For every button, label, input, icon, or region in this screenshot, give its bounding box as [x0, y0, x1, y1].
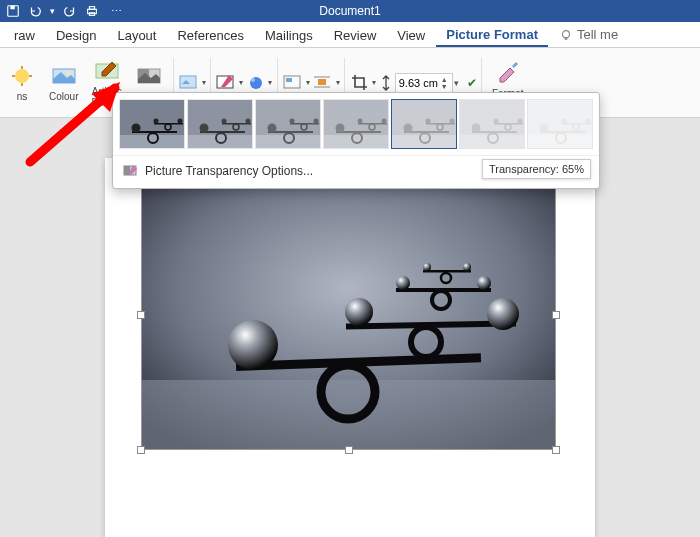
svg-rect-90: [426, 123, 455, 125]
svg-point-111: [562, 119, 567, 124]
corrections-button[interactable]: ns: [2, 61, 42, 104]
colour-button[interactable]: Colour: [43, 61, 84, 104]
svg-point-88: [404, 124, 413, 133]
tab-design[interactable]: Design: [46, 24, 106, 46]
height-size-control: ▲▼: [379, 73, 448, 93]
svg-point-102: [518, 119, 523, 124]
svg-point-92: [450, 119, 455, 124]
transparency-preset-4[interactable]: [391, 99, 457, 149]
compress-pictures-button[interactable]: ▾: [178, 71, 206, 95]
transparency-options-icon: [123, 163, 139, 179]
corrections-icon: [9, 65, 35, 87]
tab-picture-format[interactable]: Picture Format: [436, 23, 548, 47]
svg-rect-50: [154, 123, 183, 125]
svg-rect-6: [565, 37, 568, 39]
crop-icon: [350, 73, 370, 93]
resize-handle-ml[interactable]: [137, 311, 145, 319]
format-pane-icon: [494, 58, 522, 84]
svg-rect-110: [562, 123, 591, 125]
transparency-preset-3[interactable]: [323, 99, 389, 149]
transparency-tooltip: Transparency: 65%: [482, 159, 591, 179]
svg-rect-100: [494, 123, 523, 125]
transparency-preset-2[interactable]: [255, 99, 321, 149]
svg-point-62: [246, 119, 251, 124]
transparency-preset-6[interactable]: [527, 99, 593, 149]
resize-handle-bl[interactable]: [137, 446, 145, 454]
confirm-check-icon[interactable]: ✔: [467, 76, 477, 90]
resize-handle-bm[interactable]: [345, 446, 353, 454]
picture-styles-group: ▾ ▾: [215, 71, 273, 95]
svg-point-58: [200, 124, 209, 133]
svg-point-98: [472, 124, 481, 133]
crop-button[interactable]: ▾: [349, 71, 377, 95]
svg-point-5: [562, 30, 569, 37]
svg-point-91: [426, 119, 431, 124]
wrap-text-button[interactable]: ▾: [312, 71, 340, 95]
resize-handle-br[interactable]: [552, 446, 560, 454]
svg-point-82: [382, 119, 387, 124]
resize-handle-mr[interactable]: [552, 311, 560, 319]
print-icon[interactable]: [85, 4, 99, 18]
tell-me[interactable]: Tell me: [559, 27, 618, 42]
size-chevron-icon[interactable]: ▾: [454, 78, 459, 88]
corrections-label: ns: [17, 91, 28, 102]
colour-label: Colour: [49, 91, 78, 102]
svg-point-108: [540, 124, 549, 133]
svg-point-112: [586, 119, 591, 124]
svg-rect-3: [89, 7, 94, 10]
svg-point-101: [494, 119, 499, 124]
save-icon[interactable]: [6, 4, 20, 18]
redo-icon[interactable]: [63, 4, 77, 18]
wrap-text-icon: [312, 73, 334, 93]
tab-review[interactable]: Review: [324, 24, 387, 46]
svg-rect-1: [10, 6, 14, 10]
svg-point-72: [314, 119, 319, 124]
svg-point-51: [154, 119, 159, 124]
transparency-options-label: Picture Transparency Options...: [145, 164, 313, 178]
svg-point-61: [222, 119, 227, 124]
svg-point-81: [358, 119, 363, 124]
tell-me-label: Tell me: [577, 27, 618, 42]
picture-effects-button[interactable]: ▾: [245, 71, 273, 95]
svg-rect-23: [318, 79, 326, 85]
svg-point-52: [178, 119, 183, 124]
svg-point-68: [268, 124, 277, 133]
height-spin-up[interactable]: ▲: [441, 76, 448, 83]
selected-picture[interactable]: [141, 180, 556, 450]
svg-rect-22: [286, 78, 292, 82]
svg-rect-80: [358, 123, 387, 125]
undo-icon[interactable]: [28, 4, 42, 18]
qat-overflow-icon[interactable]: ⋯: [111, 5, 123, 18]
svg-point-7: [15, 69, 29, 83]
tab-draw[interactable]: raw: [4, 24, 45, 46]
transparency-icon: [136, 65, 162, 87]
arrange-group: ▾ ▾: [282, 71, 340, 95]
picture-border-button[interactable]: ▾: [215, 71, 243, 95]
transparency-preset-0[interactable]: [119, 99, 185, 149]
transparency-preset-1[interactable]: [187, 99, 253, 149]
svg-point-71: [290, 119, 295, 124]
svg-point-78: [336, 124, 345, 133]
svg-point-48: [132, 124, 141, 133]
position-icon: [282, 73, 304, 93]
tab-mailings[interactable]: Mailings: [255, 24, 323, 46]
svg-point-20: [251, 78, 255, 82]
transparency-gallery: Transparency: 65% Picture Transparency O…: [112, 92, 600, 189]
svg-rect-114: [124, 166, 130, 175]
position-button[interactable]: ▾: [282, 71, 310, 95]
title-bar: ▾ ⋯ Document1: [0, 0, 700, 22]
transparency-presets: [113, 93, 599, 155]
undo-chevron-icon[interactable]: ▾: [50, 6, 55, 16]
lightbulb-icon: [559, 28, 573, 42]
tab-layout[interactable]: Layout: [107, 24, 166, 46]
height-spin-down[interactable]: ▼: [441, 83, 448, 90]
height-icon: [379, 74, 393, 92]
quick-access-toolbar: ▾ ⋯: [0, 4, 123, 18]
compress-icon: [178, 73, 200, 93]
colour-icon: [51, 65, 77, 87]
page: [105, 158, 595, 537]
transparency-preset-5[interactable]: [459, 99, 525, 149]
tab-view[interactable]: View: [387, 24, 435, 46]
tab-references[interactable]: References: [167, 24, 253, 46]
artistic-effects-icon: [94, 60, 120, 82]
